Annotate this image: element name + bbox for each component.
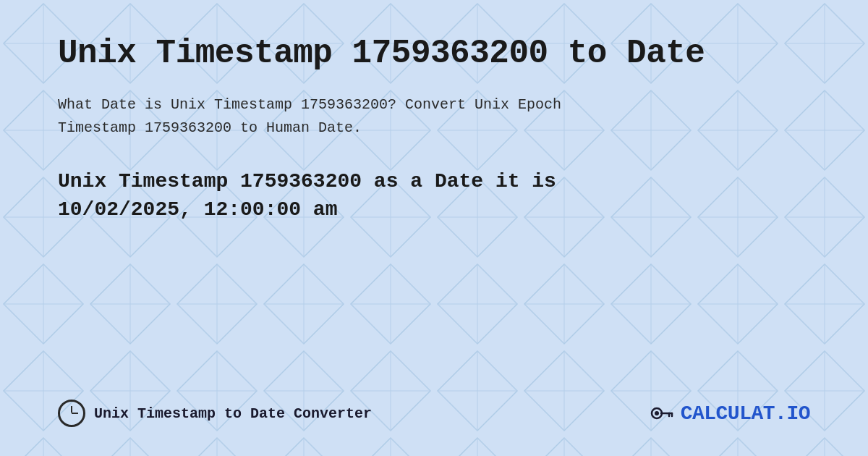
logo-text-main: CALCULAT: [681, 402, 775, 425]
page-content: Unix Timestamp 1759363200 to Date What D…: [0, 0, 868, 456]
result-line2: 10/02/2025, 12:00:00 am: [58, 198, 337, 221]
clock-icon: [58, 400, 85, 427]
top-section: Unix Timestamp 1759363200 to Date What D…: [58, 35, 810, 224]
logo-text: CALCULAT.IO: [681, 402, 810, 425]
footer-left: Unix Timestamp to Date Converter: [58, 400, 372, 427]
logo-text-accent: .IO: [775, 402, 810, 425]
description: What Date is Unix Timestamp 1759363200? …: [58, 93, 810, 140]
result-section: Unix Timestamp 1759363200 as a Date it i…: [58, 167, 810, 224]
description-line2: Timestamp 1759363200 to Human Date.: [58, 119, 362, 136]
logo-icon: [647, 400, 675, 427]
logo: CALCULAT.IO: [647, 400, 810, 427]
result-line1: Unix Timestamp 1759363200 as a Date it i…: [58, 170, 556, 193]
page-title: Unix Timestamp 1759363200 to Date: [58, 35, 810, 73]
footer: Unix Timestamp to Date Converter CALCULA…: [58, 385, 810, 427]
footer-label: Unix Timestamp to Date Converter: [94, 405, 372, 422]
description-line1: What Date is Unix Timestamp 1759363200? …: [58, 96, 561, 113]
svg-point-12: [655, 411, 659, 415]
result-text: Unix Timestamp 1759363200 as a Date it i…: [58, 167, 810, 224]
